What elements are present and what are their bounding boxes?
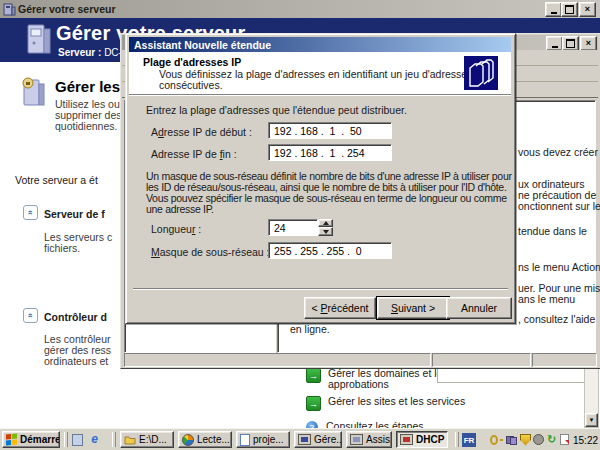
help-text-fragment: onctionnent sur le bbox=[518, 200, 600, 212]
internet-explorer-icon[interactable]: e bbox=[89, 433, 100, 444]
minimize-button[interactable] bbox=[546, 36, 563, 51]
spinner-down-button[interactable] bbox=[318, 227, 333, 236]
server-icon bbox=[26, 23, 52, 57]
maximize-icon bbox=[565, 5, 574, 14]
app-icon bbox=[3, 3, 16, 16]
length-value: 24 bbox=[274, 222, 286, 234]
section-title-domain-controller: Contrôleur d bbox=[44, 311, 107, 323]
start-ip-value: 192 . 168 . 1 . 50 bbox=[274, 125, 362, 137]
update-arrows-icon[interactable]: ↻ bbox=[546, 434, 557, 445]
computer-icon bbox=[350, 434, 363, 445]
wizard-instruction: Entrez la plage d'adresses que l'étendue… bbox=[146, 104, 407, 116]
green-arrow-icon: → bbox=[306, 368, 321, 383]
wizard-title: Assistant Nouvelle étendue bbox=[134, 39, 271, 51]
taskbar: Démarrer e E:\D... Lecte... proje... Gér… bbox=[0, 428, 600, 450]
folder-icon bbox=[124, 435, 136, 445]
chevron-up-icon: » bbox=[26, 313, 35, 318]
clock: 15:22 bbox=[573, 435, 598, 446]
show-desktop-icon[interactable] bbox=[72, 434, 83, 445]
help-text-fragment: ans le menu bbox=[518, 293, 575, 305]
cancel-button[interactable]: Annuler bbox=[446, 297, 512, 319]
scroll-down-button[interactable]: ▼ bbox=[585, 413, 598, 427]
content-box bbox=[437, 367, 597, 383]
folders-icon bbox=[464, 56, 498, 90]
security-shield-icon[interactable] bbox=[520, 434, 531, 445]
minimize-button[interactable] bbox=[545, 2, 562, 17]
link-manage-sites[interactable]: → Gérer les sites et les services bbox=[306, 396, 470, 411]
close-button[interactable]: × bbox=[580, 36, 597, 51]
taskbar-grip[interactable] bbox=[112, 432, 116, 447]
green-arrow-icon: → bbox=[306, 396, 321, 411]
help-text-fragment: , consultez l'aide bbox=[518, 313, 595, 325]
collapse-section-button[interactable]: » bbox=[23, 205, 38, 220]
main-window-titlebar: Gérer votre serveur × bbox=[0, 0, 600, 18]
status-text: Votre serveur a ét bbox=[15, 175, 98, 186]
start-button[interactable]: Démarrer bbox=[2, 431, 60, 448]
back-button[interactable]: < Précédent bbox=[304, 297, 376, 319]
taskbar-button-assistant[interactable]: Assis... bbox=[346, 431, 392, 448]
dhcp-console-icon bbox=[400, 434, 413, 445]
close-icon: × bbox=[586, 39, 591, 48]
taskbar-button-manage-server[interactable]: Gére... bbox=[294, 431, 342, 448]
statusbar-segment bbox=[124, 353, 431, 367]
scrollbar[interactable]: ▼ bbox=[584, 368, 599, 428]
next-button[interactable]: Suivant > bbox=[377, 297, 449, 319]
document-icon bbox=[240, 434, 250, 446]
clock-status-icon[interactable] bbox=[533, 434, 544, 445]
computer-icon bbox=[298, 434, 311, 445]
tray-separator bbox=[455, 432, 459, 447]
help-text-fragment: tendue dans le bbox=[518, 225, 587, 237]
end-ip-label: Adresse IP de fin : bbox=[151, 148, 237, 160]
windows-logo-icon bbox=[6, 433, 17, 445]
help-text-fragment: en ligne. bbox=[290, 323, 330, 335]
start-ip-label: Adresse IP de début : bbox=[151, 126, 252, 138]
length-label: Longueur : bbox=[151, 223, 201, 235]
length-input[interactable]: 24 bbox=[268, 219, 318, 236]
taskbar-button-player[interactable]: Lecte... bbox=[178, 431, 232, 448]
button-divider bbox=[133, 288, 508, 290]
subnet-mask-label: Masque de sous-réseau : bbox=[151, 246, 270, 258]
end-ip-input[interactable]: 192 . 168 . 1 . 254 bbox=[268, 144, 392, 161]
manage-roles-icon bbox=[20, 76, 48, 108]
new-scope-wizard-dialog: Assistant Nouvelle étendue Plage d'adres… bbox=[125, 33, 516, 324]
mask-description: Un masque de sous-réseau définit le nomb… bbox=[146, 171, 512, 215]
network-icon[interactable] bbox=[506, 434, 517, 445]
window-title: Gérer votre serveur bbox=[18, 3, 115, 15]
minimize-icon bbox=[552, 46, 558, 48]
statusbar-segment bbox=[432, 353, 531, 367]
maximize-button[interactable] bbox=[561, 2, 578, 17]
end-ip-value: 192 . 168 . 1 . 254 bbox=[274, 147, 365, 159]
wizard-titlebar: Assistant Nouvelle étendue bbox=[129, 37, 511, 52]
taskbar-grip[interactable] bbox=[64, 432, 68, 447]
subnet-mask-value: 255 . 255 . 255 . 0 bbox=[274, 245, 362, 257]
subnet-mask-input[interactable]: 255 . 255 . 255 . 0 bbox=[268, 242, 392, 259]
section-text: ordinateurs et bbox=[44, 356, 108, 367]
start-ip-input[interactable]: 192 . 168 . 1 . 50 bbox=[268, 122, 392, 139]
intro-text: quotidiennes. bbox=[55, 121, 117, 132]
taskbar-button-project[interactable]: proje... bbox=[236, 431, 290, 448]
collapse-section-button[interactable]: » bbox=[23, 308, 38, 323]
taskbar-button-explorer[interactable]: E:\D... bbox=[120, 431, 174, 448]
statusbar-segment bbox=[532, 353, 597, 367]
header-divider bbox=[129, 94, 511, 96]
wizard-page-title: Plage d'adresses IP bbox=[143, 56, 241, 68]
close-icon: × bbox=[585, 5, 590, 14]
minimize-icon bbox=[551, 12, 557, 14]
chevron-up-icon: » bbox=[26, 210, 35, 215]
content-heading: Gérer les bbox=[55, 78, 120, 95]
key-icon[interactable] bbox=[492, 434, 503, 445]
tray-app-icon[interactable] bbox=[479, 434, 490, 445]
arrow-up-icon bbox=[323, 221, 329, 225]
arrow-down-icon bbox=[323, 230, 329, 234]
spinner-up-button[interactable] bbox=[318, 219, 333, 227]
arrow-down-icon: ▼ bbox=[589, 417, 595, 423]
section-text: fichiers. bbox=[44, 243, 80, 254]
wizard-page-subtitle: Vous définissez la plage d'adresses en i… bbox=[159, 69, 499, 91]
length-spinner[interactable] bbox=[318, 219, 333, 236]
help-text-fragment: vous devez créer bbox=[518, 146, 598, 158]
maximize-button[interactable] bbox=[562, 36, 579, 51]
language-indicator[interactable]: FR bbox=[462, 433, 476, 447]
scheduler-icon[interactable] bbox=[559, 434, 570, 445]
close-button[interactable]: × bbox=[579, 2, 596, 17]
taskbar-button-dhcp[interactable]: DHCP bbox=[396, 431, 448, 448]
